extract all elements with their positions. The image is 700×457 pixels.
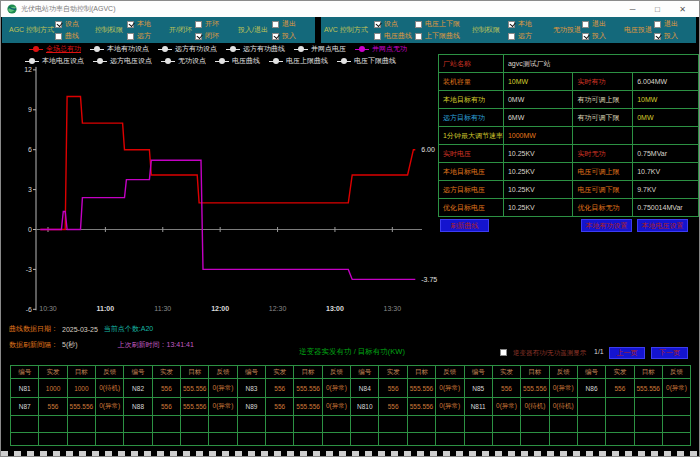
legend-item[interactable]: 无功设点 bbox=[161, 56, 206, 66]
svg-text:6: 6 bbox=[28, 146, 32, 153]
legend-item[interactable]: 电压上限曲线 bbox=[269, 56, 328, 66]
legend-item[interactable]: 全场总有功 bbox=[29, 44, 81, 54]
legend-label: 远方电压设点 bbox=[110, 56, 152, 66]
checkbox-checked[interactable] bbox=[582, 33, 589, 40]
inverter-cell: 0(异常) bbox=[436, 398, 464, 416]
points-count: 当前点个数:A20 bbox=[104, 324, 153, 334]
legend-item[interactable]: 电压下限曲线 bbox=[337, 56, 396, 66]
toolbar-checkbox-item[interactable]: 退出 bbox=[582, 19, 606, 29]
inverter-cell: N88 bbox=[124, 398, 152, 416]
inverter-cell bbox=[549, 416, 577, 433]
toolbar-checkbox-item[interactable]: 远方 bbox=[508, 31, 532, 41]
toolbar-checkbox-item[interactable]: 本地 bbox=[508, 19, 532, 29]
inverter-cell bbox=[634, 398, 662, 416]
legend-item[interactable]: 远方有功设点 bbox=[158, 44, 217, 54]
legend-series-marker-icon bbox=[90, 45, 104, 53]
checkbox-checked[interactable] bbox=[654, 33, 661, 40]
checkbox-unchecked[interactable] bbox=[415, 33, 422, 40]
inverter-cell bbox=[237, 433, 265, 446]
inverter-column-header: 目标 bbox=[294, 366, 322, 379]
inverter-column-header: 反馈 bbox=[96, 366, 124, 379]
toolbar-checkbox-item[interactable]: 电压曲线 bbox=[374, 31, 412, 41]
toolbar-checkbox-item[interactable]: 投入 bbox=[272, 31, 296, 41]
toolbar-checkbox-item[interactable]: 设点 bbox=[55, 19, 79, 29]
checkbox-checked[interactable] bbox=[127, 21, 134, 28]
checkbox-unchecked[interactable] bbox=[582, 21, 589, 28]
checkbox-unchecked[interactable] bbox=[195, 21, 202, 28]
toolbar-checkbox-item[interactable]: 投入 bbox=[654, 31, 678, 41]
toolbar-checkbox-item[interactable]: 投入 bbox=[582, 31, 606, 41]
minimize-button[interactable]: ─ bbox=[620, 1, 645, 17]
checkbox-label: 设点 bbox=[384, 19, 398, 29]
legend-item[interactable]: 本地有功设点 bbox=[90, 44, 149, 54]
legend-label: 电压上限曲线 bbox=[286, 56, 328, 66]
checkbox-checked[interactable] bbox=[374, 21, 381, 28]
station-field-value: 0.75MVar bbox=[633, 145, 699, 163]
legend-item[interactable]: 远方有功曲线 bbox=[226, 44, 285, 54]
station-field-label: 装机容量 bbox=[439, 73, 504, 91]
checkbox-checked[interactable] bbox=[195, 33, 202, 40]
checkbox-checked[interactable] bbox=[55, 21, 62, 28]
svg-text:-3.75: -3.75 bbox=[421, 276, 437, 283]
inverter-cell bbox=[407, 416, 435, 433]
toolbar-checkbox-item[interactable]: 闭环 bbox=[195, 31, 219, 41]
inverter-cell bbox=[351, 416, 379, 433]
checkbox-unchecked[interactable] bbox=[127, 33, 134, 40]
station-table-row: 厂站名称agvc测试厂站 bbox=[439, 55, 699, 73]
telemetry-display-checkbox[interactable] bbox=[500, 349, 507, 356]
checkbox-unchecked[interactable] bbox=[272, 21, 279, 28]
prev-page-button[interactable]: 上一页 bbox=[609, 347, 645, 359]
inverter-cell bbox=[181, 416, 209, 433]
toolbar-checkbox-item[interactable]: 曲线 bbox=[55, 31, 79, 41]
checkbox-unchecked[interactable] bbox=[508, 33, 515, 40]
station-field-value bbox=[633, 127, 699, 145]
toolbar-checkbox-item[interactable]: 开环 bbox=[195, 19, 219, 29]
station-field-label: 实时有功 bbox=[573, 73, 633, 91]
next-page-button[interactable]: 下一页 bbox=[651, 347, 688, 359]
local-voltage-set-button[interactable]: 本地电压设置 bbox=[637, 219, 688, 232]
svg-text:-3: -3 bbox=[26, 266, 32, 273]
toolbar-checkbox-item[interactable]: 上下限曲线 bbox=[415, 31, 460, 41]
toolbar-group-label: 投入/退出 bbox=[238, 17, 268, 43]
inverter-column-header: 目标 bbox=[521, 366, 549, 379]
legend-item[interactable]: 本地电压设点 bbox=[25, 56, 84, 66]
station-field-value: 6.004MW bbox=[633, 73, 699, 91]
maximize-button[interactable]: □ bbox=[645, 1, 670, 17]
checkbox-unchecked[interactable] bbox=[374, 33, 381, 40]
inverter-cell: N83 bbox=[237, 379, 265, 398]
checkbox-unchecked[interactable] bbox=[415, 21, 422, 28]
station-field-label: 电压可调下限 bbox=[573, 181, 633, 199]
toolbar-checkbox-item[interactable]: 本地 bbox=[127, 19, 151, 29]
inverter-cell bbox=[606, 416, 634, 433]
legend-item[interactable]: 电压曲线 bbox=[215, 56, 260, 66]
checkbox-label: 投入 bbox=[282, 31, 296, 41]
local-active-power-set-button[interactable]: 本地有功设置 bbox=[581, 219, 632, 232]
inverter-cell: 556 bbox=[266, 379, 294, 398]
legend-item[interactable]: 并网点电压 bbox=[294, 44, 346, 54]
station-field-value: 0.750014MVar bbox=[633, 199, 699, 217]
checkbox-unchecked[interactable] bbox=[55, 33, 62, 40]
control-toolbar: AGC 控制方式设点曲线控制权限本地远方开/闭环开环闭环投入/退出退出投入AVC… bbox=[2, 17, 696, 43]
toolbar-checkbox-group: 电压上下限上下限曲线 bbox=[415, 17, 460, 43]
toolbar-checkbox-item[interactable]: 退出 bbox=[654, 19, 678, 29]
station-field-label: 有功可调下限 bbox=[573, 109, 633, 127]
toolbar-group-label: 控制权限 bbox=[95, 17, 123, 43]
checkbox-checked[interactable] bbox=[508, 21, 515, 28]
checkbox-unchecked[interactable] bbox=[654, 21, 661, 28]
inverter-cell bbox=[606, 433, 634, 446]
inverter-cell bbox=[322, 416, 350, 433]
refresh-curve-button[interactable]: 刷新曲线 bbox=[440, 219, 489, 232]
inverter-cell: 0(异常) bbox=[436, 379, 464, 398]
checkbox-checked[interactable] bbox=[272, 33, 279, 40]
toolbar-checkbox-item[interactable]: 退出 bbox=[272, 19, 296, 29]
toolbar-checkbox-item[interactable]: 远方 bbox=[127, 31, 151, 41]
close-button[interactable]: ✕ bbox=[670, 1, 695, 17]
legend-item[interactable]: 远方电压设点 bbox=[93, 56, 152, 66]
toolbar-checkbox-item[interactable]: 电压上下限 bbox=[415, 19, 460, 29]
inverter-cell: 0(异常) bbox=[549, 379, 577, 398]
toolbar-checkbox-item[interactable]: 设点 bbox=[374, 19, 412, 29]
inverter-cell bbox=[577, 398, 605, 416]
station-table-row: 实时电压10.25KV实时无功0.75MVar bbox=[439, 145, 699, 163]
legend-series-marker-icon bbox=[93, 57, 107, 65]
legend-item[interactable]: 并网点无功 bbox=[355, 44, 407, 54]
